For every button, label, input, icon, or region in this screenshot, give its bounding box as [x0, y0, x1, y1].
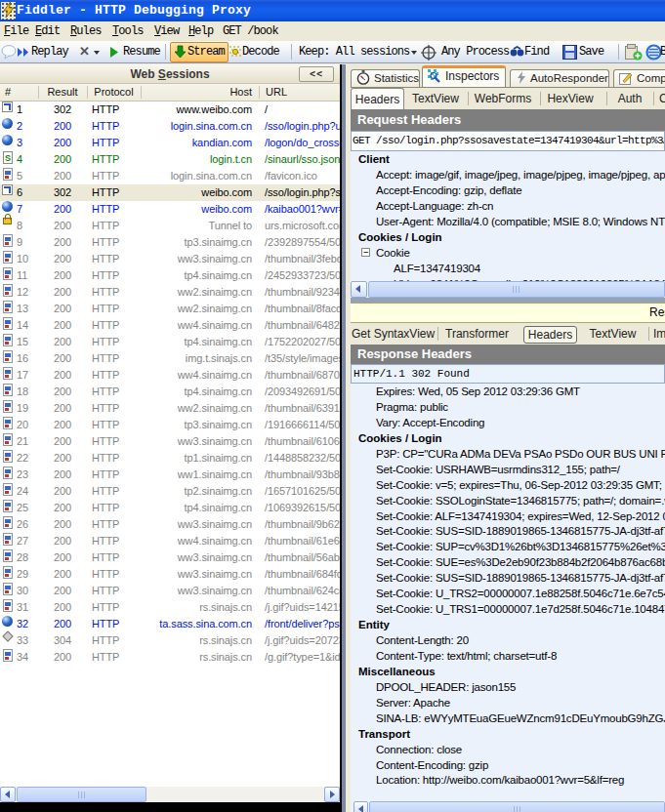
session-29[interactable]: 29200HTTPww3.sinaimg.cn/thumbnail/684fd	[0, 566, 340, 583]
response-headers-title: Response Headers	[351, 345, 665, 364]
session-3[interactable]: 3200HTTPkandian.com/logon/do_crossd	[0, 135, 340, 151]
session-27[interactable]: 27200HTTPww4.sinaimg.cn/thumbnail/61e6d	[0, 533, 340, 549]
web-sessions-panel: Web Sessions<< # Result Protocol Host UR…	[0, 64, 342, 812]
session-34[interactable]: 34200HTTPrs.sinajs.cn/g.gif?type=1&id	[0, 649, 340, 666]
session-10[interactable]: 10200HTTPww3.sinaimg.cn/thumbnail/3febd	[0, 251, 340, 267]
request-line: GET /sso/login.php?ssosavestate=13474193…	[351, 131, 665, 151]
session-11[interactable]: 11200HTTPtp4.sinaimg.cn/2452933723/502	[0, 267, 340, 284]
request-tabs: Headers TextView WebForms HexView Auth C	[351, 88, 665, 109]
session-7[interactable]: 7200HTTPweibo.com/kaibao001?wvr=5	[0, 201, 340, 218]
session-30[interactable]: 30200HTTPww3.sinaimg.cn/thumbnail/624cd	[0, 583, 340, 599]
session-18[interactable]: 18200HTTPtp4.sinaimg.cn/2093492691/502	[0, 384, 340, 400]
column-headers: # Result Protocol Host URL	[0, 84, 340, 102]
quickexec	[0, 802, 340, 812]
session-24[interactable]: 24200HTTPtp2.sinaimg.cn/1657101625/502	[0, 483, 340, 500]
main-tabs: Statistics Inspectors AutoResponder Comp	[351, 64, 665, 88]
session-33[interactable]: 33304HTTPrs.sinajs.cn/j.gif?uids=20723	[0, 632, 340, 649]
session-12[interactable]: 12200HTTPww2.sinaimg.cn/thumbnail/92343	[0, 284, 340, 301]
session-6[interactable]: 6302HTTPweibo.com/sso/login.php?ss	[0, 184, 340, 201]
session-4[interactable]: 4200HTTPlogin.t.cn/sinaurl/sso.jsonp	[0, 151, 340, 168]
response-line: HTTP/1.1 302 Found	[351, 364, 665, 384]
session-28[interactable]: 28200HTTPww3.sinaimg.cn/thumbnail/56abd	[0, 549, 340, 566]
session-1[interactable]: 1302HTTPwww.weibo.com/	[0, 102, 340, 118]
session-21[interactable]: 21200HTTPww3.sinaimg.cn/thumbnail/61063	[0, 433, 340, 450]
transform-bar[interactable]: Response is encoded and may require deco…	[351, 303, 665, 323]
session-13[interactable]: 13200HTTPww2.sinaimg.cn/thumbnail/8facd	[0, 301, 340, 317]
menu-bar: File Edit Rules Tools View Help GET /boo…	[0, 21, 665, 41]
session-list: 1302HTTPwww.weibo.com/ 2200HTTPlogin.sin…	[0, 102, 340, 687]
session-32[interactable]: 32200HTTPta.sass.sina.com.cn/front/deliv…	[0, 616, 340, 632]
response-tabs: Get SyntaxView Transformer Headers TextV…	[351, 323, 665, 345]
request-tree: Client Accept: image/gif, image/jpeg, im…	[351, 151, 665, 281]
response-tree: Expires: Wed, 05 Sep 2012 03:29:36 GMT P…	[351, 384, 665, 800]
session-15[interactable]: 15200HTTPtp4.sinaimg.cn/1752202027/502	[0, 334, 340, 350]
session-26[interactable]: 26200HTTPww3.sinaimg.cn/thumbnail/9b62a	[0, 516, 340, 533]
session-8[interactable]: 8200HTTPTunnel tours.microsoft.com	[0, 218, 340, 234]
session-23[interactable]: 23200HTTPww1.sinaimg.cn/thumbnail/93b8d	[0, 467, 340, 483]
session-16[interactable]: 16200HTTPimg.t.sinajs.cn/t35/style/image…	[0, 350, 340, 367]
session-31[interactable]: 31200HTTPrs.sinajs.cn/j.gif?uids=14215	[0, 599, 340, 616]
sessions-hscroll	[0, 787, 340, 802]
toolbar: Replay ✕ Resume Stream Decode Keep: All …	[0, 41, 665, 63]
session-14[interactable]: 14200HTTPww4.sinaimg.cn/thumbnail/64825	[0, 317, 340, 334]
response-hscroll	[351, 800, 665, 812]
session-9[interactable]: 9200HTTPtp3.sinaimg.cn/2392897554/502	[0, 234, 340, 251]
inspector-panel: Statistics Inspectors AutoResponder Comp…	[351, 64, 665, 812]
session-22[interactable]: 22200HTTPtp1.sinaimg.cn/1448858232/502	[0, 450, 340, 467]
request-headers-title: Request Headers	[351, 109, 665, 131]
session-2[interactable]: 2200HTTPlogin.sina.com.cn/sso/login.php?…	[0, 118, 340, 135]
session-17[interactable]: 17200HTTPww4.sinaimg.cn/thumbnail/68705	[0, 367, 340, 384]
session-19[interactable]: 19200HTTPww2.sinaimg.cn/thumbnail/63914	[0, 400, 340, 417]
request-hscroll	[351, 281, 665, 298]
session-5[interactable]: 5200HTTPlogin.sina.com.cn/favicon.ico	[0, 168, 340, 184]
session-25[interactable]: 25200HTTPtp4.sinaimg.cn/1069392615/502	[0, 500, 340, 516]
sessions-title: Web Sessions<<	[0, 64, 340, 84]
fiddler-window: Fiddler - HTTP Debugging Proxy File Edit…	[0, 0, 665, 812]
title-bar: Fiddler - HTTP Debugging Proxy	[0, 0, 665, 21]
session-20[interactable]: 20200HTTPtp3.sinaimg.cn/1916666114/502	[0, 417, 340, 433]
